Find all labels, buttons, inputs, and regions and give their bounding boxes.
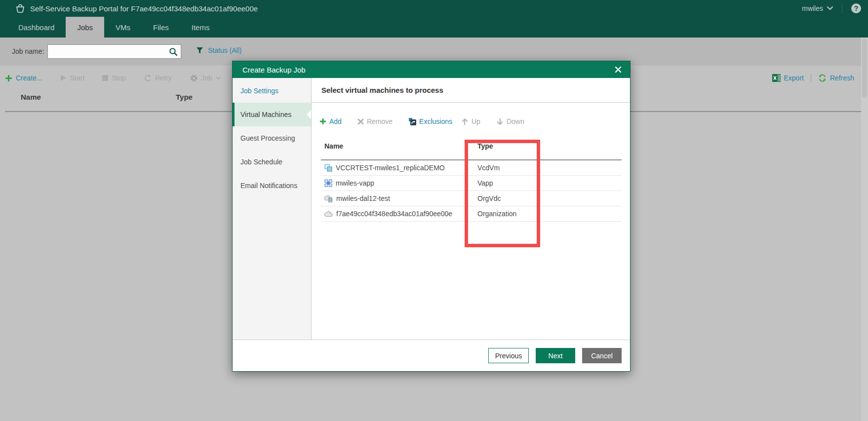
export-button[interactable]: Export	[772, 74, 804, 82]
retry-icon	[144, 75, 152, 82]
vapp-name: mwiles-vapp	[336, 179, 374, 187]
divider	[811, 74, 811, 82]
tab-dashboard[interactable]: Dashboard	[7, 17, 66, 38]
divider	[842, 3, 842, 13]
create-backup-job-dialog: Create Backup Job Job Settings Virtual M…	[232, 61, 631, 372]
portal-logo-icon	[15, 3, 26, 14]
nav-tabbar: Dashboard Jobs VMs Files Items	[0, 17, 868, 38]
refresh-button[interactable]: Refresh	[818, 74, 854, 82]
column-header-type[interactable]: Type	[477, 142, 493, 150]
remove-button[interactable]: Remove	[357, 117, 393, 125]
column-header-name[interactable]: Name	[324, 142, 343, 150]
scrollbar[interactable]	[861, 38, 868, 421]
orgvdc-name: mwiles-dal12-test	[336, 194, 390, 202]
table-row[interactable]: f7ae49cc04f348edb34ac01af90ee00e Organiz…	[321, 206, 622, 222]
chevron-down-icon	[827, 6, 833, 10]
retry-button[interactable]: Retry	[144, 74, 171, 82]
step-email-notifications[interactable]: Email Notifications	[233, 174, 311, 197]
user-name: mwiles	[802, 4, 823, 12]
cancel-button[interactable]: Cancel	[582, 348, 622, 363]
vm-toolbar: Add Remove Exclusions	[312, 115, 630, 127]
vm-table: Name Type VCCRTEST-mwiles1_replicaDEMO	[321, 138, 622, 222]
wizard-steps: Job Settings Virtual Machines Guest Proc…	[233, 78, 312, 340]
column-header-type[interactable]: Type	[176, 93, 193, 101]
exclusions-button[interactable]: Exclusions	[408, 117, 452, 125]
close-icon[interactable]	[613, 65, 623, 75]
chevron-down-icon	[216, 77, 221, 80]
tab-items[interactable]: Items	[180, 17, 221, 38]
organization-icon	[324, 210, 333, 217]
column-header-name[interactable]: Name	[21, 93, 41, 101]
up-button[interactable]: Up	[461, 117, 480, 125]
excel-icon	[772, 74, 781, 82]
vm-type: VcdVm	[477, 164, 500, 172]
vapp-icon	[324, 179, 332, 187]
job-menu-button[interactable]: Job	[190, 74, 221, 82]
topbar: Self-Service Backup Portal for F7ae49cc0…	[0, 0, 868, 17]
add-button[interactable]: Add	[319, 117, 342, 125]
tab-vms[interactable]: VMs	[104, 17, 142, 38]
play-icon	[60, 75, 67, 81]
status-filter[interactable]: Status (All)	[196, 46, 241, 54]
table-row[interactable]: mwiles-vapp Vapp	[321, 176, 622, 191]
stop-button[interactable]: Stop	[102, 74, 126, 82]
gear-icon	[190, 74, 198, 82]
step-guest-processing[interactable]: Guest Processing	[233, 126, 311, 150]
content-title: Select virtual machines to process	[312, 78, 630, 103]
dialog-title: Create Backup Job	[242, 66, 306, 74]
stop-icon	[102, 75, 108, 81]
plus-icon	[319, 118, 326, 125]
next-button[interactable]: Next	[536, 348, 575, 363]
vapp-type: Vapp	[477, 179, 493, 187]
user-menu[interactable]: mwiles	[802, 4, 833, 12]
x-icon	[357, 118, 364, 125]
orgvdc-type: OrgVdc	[477, 194, 501, 202]
organization-type: Organization	[477, 210, 516, 218]
down-button[interactable]: Down	[496, 117, 524, 125]
dialog-footer: Previous Next Cancel	[233, 340, 630, 371]
job-name-input[interactable]	[47, 44, 181, 59]
arrow-up-icon	[461, 118, 469, 125]
organization-name: f7ae49cc04f348edb34ac01af90ee00e	[336, 210, 452, 218]
step-job-settings[interactable]: Job Settings	[233, 79, 311, 103]
create-button[interactable]: Create...	[5, 74, 42, 82]
plus-icon	[5, 75, 12, 82]
vm-table-header: Name Type	[321, 138, 622, 160]
step-virtual-machines[interactable]: Virtual Machines	[233, 103, 311, 126]
vcd-vm-icon	[324, 164, 332, 172]
table-row[interactable]: VCCRTEST-mwiles1_replicaDEMO VcdVm	[321, 160, 622, 176]
funnel-icon	[196, 47, 203, 54]
vm-name: VCCRTEST-mwiles1_replicaDEMO	[336, 164, 445, 172]
dialog-header: Create Backup Job	[233, 61, 630, 78]
table-row[interactable]: mwiles-dal12-test OrgVdc	[321, 191, 622, 206]
step-job-schedule[interactable]: Job Schedule	[233, 150, 311, 174]
org-vdc-icon	[324, 194, 333, 202]
previous-button[interactable]: Previous	[488, 348, 529, 363]
help-icon[interactable]: ?	[851, 3, 861, 13]
exclusions-icon	[408, 117, 416, 125]
job-name-label: Job name:	[12, 47, 44, 55]
tab-files[interactable]: Files	[142, 17, 180, 38]
search-icon[interactable]	[168, 47, 178, 57]
arrow-down-icon	[496, 118, 504, 125]
start-button[interactable]: Start	[60, 74, 85, 82]
self-service-backup-portal: Self-Service Backup Portal for F7ae49cc0…	[0, 0, 868, 421]
wizard-content: Select virtual machines to process Add R…	[312, 78, 630, 340]
tab-jobs[interactable]: Jobs	[66, 17, 104, 38]
status-filter-label: Status (All)	[208, 46, 241, 54]
refresh-icon	[818, 74, 827, 82]
page-title: Self-Service Backup Portal for F7ae49cc0…	[30, 4, 258, 13]
